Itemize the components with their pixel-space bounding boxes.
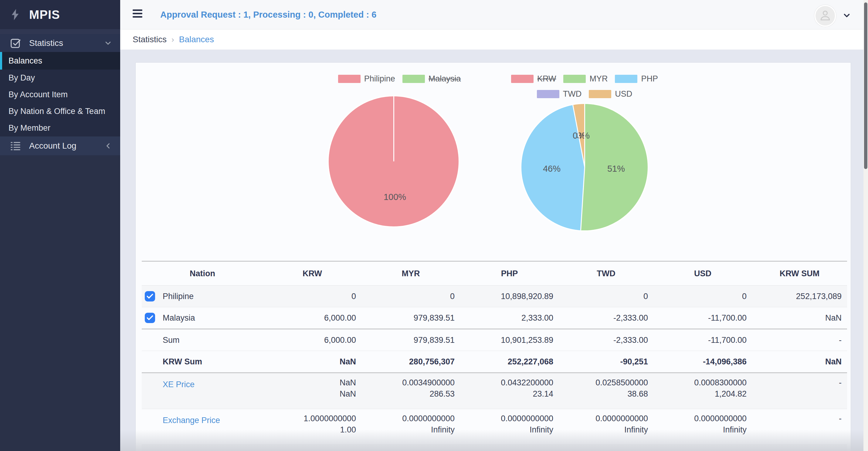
value-cell: NaN (263, 351, 362, 373)
value-cell: -2,333.00 (559, 307, 653, 329)
column-header-myr: MYR (362, 261, 460, 286)
sidebar-item-account-log[interactable]: Account Log (0, 137, 120, 155)
table-row-philipine: Philipine0010,898,920.8900252,173,089 (142, 286, 847, 307)
sidebar-item-label: By Nation & Office & Team (8, 107, 105, 116)
logo[interactable]: MPIS (0, 0, 120, 29)
legend-swatch (402, 75, 425, 83)
row-name-cell: Philipine (142, 286, 263, 307)
content-area: PhilipineMalaysia KRWMYRPHPTWDUSD 100% 5… (120, 50, 868, 451)
breadcrumb-section: Statistics (133, 35, 166, 45)
mpis-app: MPIS StatisticsBalancesBy DayBy Account … (0, 0, 868, 451)
pie-data-label: 46% (543, 164, 561, 174)
user-icon (818, 8, 832, 23)
legend-item-usd[interactable]: USD (589, 89, 632, 99)
legend-item-philipine[interactable]: Philipine (338, 74, 395, 84)
value-cell: 0.00083000001,204.82 (653, 373, 752, 409)
value-cell: -2,333.00 (559, 329, 653, 351)
value-cell: - (752, 445, 847, 451)
row-label: KRW Sum (163, 357, 202, 367)
sidebar-item-label: By Member (8, 123, 51, 133)
app-title: MPIS (29, 8, 60, 22)
breadcrumb-page[interactable]: Balances (179, 35, 214, 45)
table-row-malaysia: Malaysia6,000.00979,839.512,333.00-2,333… (142, 307, 847, 329)
legend-item-twd[interactable]: TWD (537, 89, 582, 99)
row-label: Philipine (163, 292, 194, 301)
avatar[interactable] (814, 5, 836, 27)
sidebar-item-label: Balances (8, 56, 42, 66)
value-cell: 979,839.51 (362, 307, 460, 329)
value-cell: 2,333.00 (460, 307, 559, 329)
value-cell: 1.00000000001.00 (263, 409, 362, 445)
row-checkbox[interactable] (145, 313, 155, 323)
row-name-cell: Exchange Price (142, 409, 263, 445)
sidebar-item-statistics[interactable]: Statistics (0, 34, 120, 52)
value-cell: 0.0000000000Infinity (559, 409, 653, 445)
sidebar-item-label: Statistics (29, 38, 63, 48)
row-label: Sum (163, 336, 180, 345)
legend-item-php[interactable]: PHP (615, 74, 658, 84)
value-cell: -14,096,386 (653, 351, 752, 373)
row-label: Malaysia (163, 313, 195, 323)
hamburger-menu-icon[interactable] (133, 9, 143, 19)
sidebar-item-by-account-item[interactable]: By Account Item (0, 86, 120, 103)
sidebar-item-label: Account Log (29, 141, 76, 151)
currency-pie-chart[interactable]: 51% 46% 0% 3% (520, 103, 649, 232)
value-cell: -90,251 (559, 351, 653, 373)
table-row-standard-price: Standard Price1.00000000001.000.00585197… (142, 445, 847, 451)
value-cell: NaN (752, 307, 847, 329)
legend-label: MYR (589, 74, 608, 84)
row-name-cell: KRW Sum (142, 351, 263, 373)
value-cell: - (752, 329, 847, 351)
sidebar-item-balances[interactable]: Balances (0, 52, 120, 69)
value-cell: 0.0034900000286.53 (362, 373, 460, 409)
sidebar-item-by-member[interactable]: By Member (0, 120, 120, 137)
scrollbar[interactable] (863, 0, 868, 451)
column-header-usd: USD (653, 261, 752, 286)
value-cell: 0.00068021101,470.13 (653, 445, 752, 451)
value-cell: 0 (362, 286, 460, 307)
list-icon (9, 140, 22, 152)
legend-item-krw[interactable]: KRW (511, 74, 556, 84)
nation-pie-chart[interactable]: 100% (328, 95, 460, 228)
table-row-exchange-price: Exchange Price1.00000000001.000.00000000… (142, 409, 847, 445)
value-cell: 0.025850000038.68 (559, 373, 653, 409)
row-label-link[interactable]: Exchange Price (163, 415, 220, 426)
sidebar-item-label: By Day (8, 73, 35, 83)
pie-slice-separator (393, 96, 394, 161)
scrollbar-thumb[interactable] (864, 2, 867, 169)
sidebar-item-by-day[interactable]: By Day (0, 69, 120, 86)
balances-table: NationKRWMYRPHPTWDUSDKRW SUM Philipine00… (142, 261, 847, 451)
legend-swatch (537, 90, 559, 98)
value-cell: NaNNaN (263, 373, 362, 409)
value-cell: NaN (752, 351, 847, 373)
legend-item-myr[interactable]: MYR (563, 74, 608, 84)
chevron-down-icon[interactable] (842, 11, 851, 20)
table-row-xe-price: XE PriceNaNNaN0.0034900000286.530.043220… (142, 373, 847, 409)
legend-label: Philipine (364, 74, 395, 84)
column-header-twd: TWD (559, 261, 653, 286)
table-row-krw-sum: KRW SumNaN280,756,307252,227,068-90,251-… (142, 351, 847, 373)
value-cell: 0 (559, 286, 653, 307)
value-cell: -11,700.00 (653, 307, 752, 329)
value-cell: 1.00000000001.00 (263, 445, 362, 451)
row-name-cell: Malaysia (142, 307, 263, 329)
value-cell: - (752, 373, 847, 409)
column-header-krw-sum: KRW SUM (752, 261, 847, 286)
pie-slice-separator (580, 167, 585, 230)
approval-status-text[interactable]: Approval Request : 1, Processing : 0, Co… (160, 0, 376, 29)
lightning-bolt-icon (9, 8, 21, 21)
sidebar-item-by-nation-office-team[interactable]: By Nation & Office & Team (0, 103, 120, 120)
value-cell: 280,756,307 (362, 351, 460, 373)
column-header-nation: Nation (142, 261, 263, 286)
sidebar: MPIS StatisticsBalancesBy DayBy Account … (0, 0, 120, 451)
legend-swatch (589, 90, 611, 98)
breadcrumb-separator: › (172, 35, 174, 45)
row-label-link[interactable]: XE Price (163, 379, 194, 390)
value-cell: 0.0000000000Infinity (460, 409, 559, 445)
value-cell: 10,898,920.89 (460, 286, 559, 307)
value-cell: 6,000.00 (263, 307, 362, 329)
row-checkbox[interactable] (145, 291, 155, 302)
value-cell: 6,000.00 (263, 329, 362, 351)
legend-swatch (563, 75, 586, 83)
column-header-php: PHP (460, 261, 559, 286)
